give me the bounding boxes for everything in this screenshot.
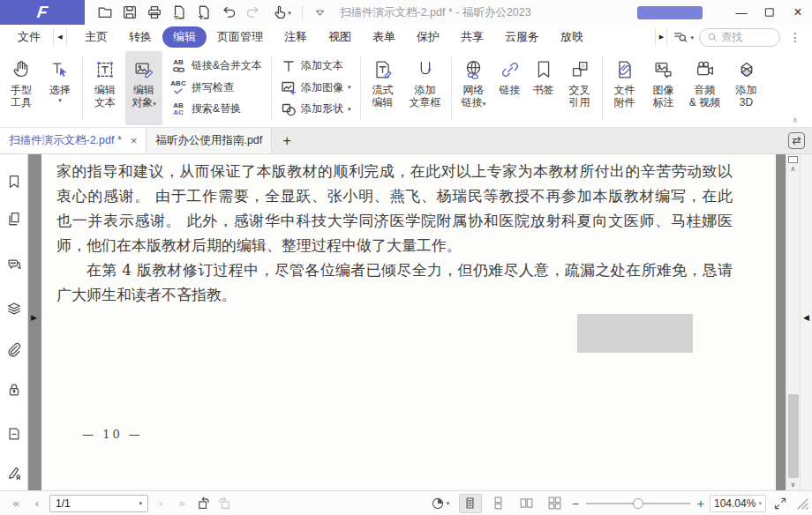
tab-cloud[interactable]: 云服务 xyxy=(494,26,550,48)
rotate-left-button[interactable] xyxy=(194,495,212,512)
tab-page-management[interactable]: 页面管理 xyxy=(207,26,274,48)
web-link-icon xyxy=(462,58,485,81)
link-merge-text-button[interactable]: AB 链接&合并文本 xyxy=(165,56,267,75)
menu-scroll-right-button[interactable]: ▶ xyxy=(655,28,667,46)
new-tab-button[interactable]: + xyxy=(272,128,302,153)
redo-button[interactable] xyxy=(242,2,265,23)
page-number-dropdown[interactable]: 1/1 ▾ xyxy=(49,495,148,512)
add-shape-button[interactable]: 添加形状 ▾ xyxy=(276,100,356,118)
document-area[interactable]: 家的指导和建议，从而保证了本版教材的顺利完成，在此对以上专家为本教材所付出的辛苦… xyxy=(28,154,812,490)
read-mode-button[interactable]: ▾ xyxy=(427,495,454,512)
scrollbar-thumb[interactable] xyxy=(788,394,799,478)
zoom-slider-thumb[interactable] xyxy=(633,498,643,509)
signature-panel-icon[interactable] xyxy=(6,465,22,481)
page-plus-icon xyxy=(196,4,212,20)
cross-reference-button[interactable]: 交叉 引用 xyxy=(561,51,598,125)
close-button[interactable]: × xyxy=(784,0,812,25)
file-menu[interactable]: 文件 xyxy=(0,26,53,48)
menu-tabs: 主页 转换 编辑 页面管理 注释 视图 表单 保护 共享 云服务 放映 xyxy=(74,26,655,48)
security-panel-icon[interactable] xyxy=(6,382,22,398)
add-page-button[interactable] xyxy=(192,2,215,23)
scroll-up-icon[interactable]: ∧ xyxy=(786,165,800,173)
link-button[interactable]: 链接 xyxy=(494,51,526,125)
doc-tab-inactive[interactable]: 福昕办公使用指南.pdf xyxy=(147,128,272,153)
add-shape-icon xyxy=(281,101,297,117)
tab-form[interactable]: 表单 xyxy=(362,26,406,48)
caret-down-icon: ▾ xyxy=(288,10,291,16)
file-attachment-button[interactable]: 文件 附件 xyxy=(606,51,643,125)
flow-edit-button[interactable]: 流式 编辑 xyxy=(365,51,402,125)
add-text-button[interactable]: 添加文本 xyxy=(276,56,356,75)
tab-edit[interactable]: 编辑 xyxy=(162,26,207,48)
tab-convert[interactable]: 转换 xyxy=(118,26,162,48)
caret-down-icon: ▾ xyxy=(348,106,351,113)
find-box[interactable] xyxy=(699,28,780,47)
tab-share[interactable]: 共享 xyxy=(450,26,494,48)
facing-continuous-layout-button[interactable] xyxy=(544,494,567,513)
first-page-button[interactable]: « xyxy=(7,496,25,510)
fullscreen-button[interactable] xyxy=(771,495,789,512)
bookmarks-panel-icon[interactable] xyxy=(6,174,22,190)
tab-slideshow[interactable]: 放映 xyxy=(550,26,594,48)
undo-button[interactable] xyxy=(217,2,240,23)
pages-panel-icon[interactable] xyxy=(6,211,22,227)
tab-home[interactable]: 主页 xyxy=(74,26,118,48)
destinations-panel-icon[interactable] xyxy=(6,426,22,442)
file-attachment-icon xyxy=(613,58,636,81)
bookmark-button[interactable]: 书签 xyxy=(528,51,560,125)
previous-page-button[interactable]: ‹ xyxy=(28,496,46,510)
print-button[interactable] xyxy=(143,2,166,23)
swap-view-button[interactable] xyxy=(788,132,805,149)
find-input[interactable] xyxy=(721,31,767,43)
add-image-button[interactable]: 添加图像 ▾ xyxy=(276,78,356,97)
more-options-button[interactable]: ⋮ xyxy=(786,30,805,44)
continuous-layout-button[interactable] xyxy=(487,494,510,513)
pdf-page[interactable]: 家的指导和建议，从而保证了本版教材的顺利完成，在此对以上专家为本教材所付出的辛苦… xyxy=(41,154,776,490)
rotate-right-button[interactable] xyxy=(215,495,233,512)
zoom-level-dropdown[interactable]: 104.04% ▾ xyxy=(710,495,766,512)
touch-mode-button[interactable]: ▾ xyxy=(267,2,297,23)
tab-comment[interactable]: 注释 xyxy=(274,26,318,48)
edit-object-button[interactable]: 编辑 对象▾ xyxy=(125,51,162,125)
maximize-button[interactable] xyxy=(756,0,784,25)
next-page-button[interactable]: › xyxy=(152,496,169,510)
audio-video-button[interactable]: 音频 & 视频 xyxy=(684,51,726,125)
hand-tool-button[interactable]: 手型 工具 xyxy=(3,51,40,125)
select-button[interactable]: 选择 ▾ xyxy=(41,51,79,125)
resize-grip[interactable] xyxy=(796,497,808,510)
remove-page-button[interactable] xyxy=(168,2,191,23)
doc-tab-active[interactable]: 扫描件演示文档-2.pdf * × xyxy=(0,128,147,153)
zoom-out-button[interactable]: − xyxy=(572,496,579,511)
ribbon-collapse-button[interactable]: ∧ xyxy=(792,116,798,124)
vertical-scrollbar[interactable]: ∧ ∨ xyxy=(786,154,800,490)
open-button[interactable] xyxy=(94,2,117,23)
split-view-handle[interactable] xyxy=(788,156,798,163)
save-button[interactable] xyxy=(118,2,141,23)
tab-view[interactable]: 视图 xyxy=(318,26,362,48)
page-text: 家的指导和建议，从而保证了本版教材的顺利完成，在此对以上专家为本教材所付出的辛苦… xyxy=(56,159,733,307)
single-page-layout-button[interactable] xyxy=(459,494,482,513)
web-link-button[interactable]: 网络 链接▾ xyxy=(455,51,492,125)
attachments-panel-icon[interactable] xyxy=(6,341,22,357)
spell-check-button[interactable]: ABC 拼写检查 xyxy=(165,78,267,97)
toolbar-expand-button[interactable] xyxy=(308,2,331,23)
tab-protect[interactable]: 保护 xyxy=(406,26,450,48)
add-article-box-button[interactable]: 添加 文章框 xyxy=(403,51,447,125)
comments-panel-icon[interactable] xyxy=(6,257,22,272)
right-panel-expand-button[interactable]: ◀ xyxy=(803,313,809,322)
add-3d-button[interactable]: 添加 3D xyxy=(728,51,765,125)
layers-panel-icon[interactable] xyxy=(6,301,22,317)
scroll-down-icon[interactable]: ∨ xyxy=(786,481,800,489)
left-panel-expand-button[interactable]: ▶ xyxy=(31,313,37,322)
minimize-button[interactable]: — xyxy=(727,0,756,25)
facing-layout-button[interactable] xyxy=(515,494,538,513)
menu-collapse-button[interactable]: ◀ xyxy=(53,28,67,46)
advanced-search-button[interactable]: ▾ xyxy=(673,29,694,45)
edit-text-button[interactable]: 编辑 文本 xyxy=(86,51,124,125)
zoom-in-button[interactable]: + xyxy=(697,496,704,511)
zoom-slider[interactable] xyxy=(586,503,690,504)
last-page-button[interactable]: » xyxy=(173,496,191,510)
image-annotation-button[interactable]: 图像 标注 xyxy=(645,51,682,125)
search-replace-button[interactable]: ABAC 搜索&替换 xyxy=(165,100,267,118)
close-tab-icon[interactable]: × xyxy=(131,134,138,147)
